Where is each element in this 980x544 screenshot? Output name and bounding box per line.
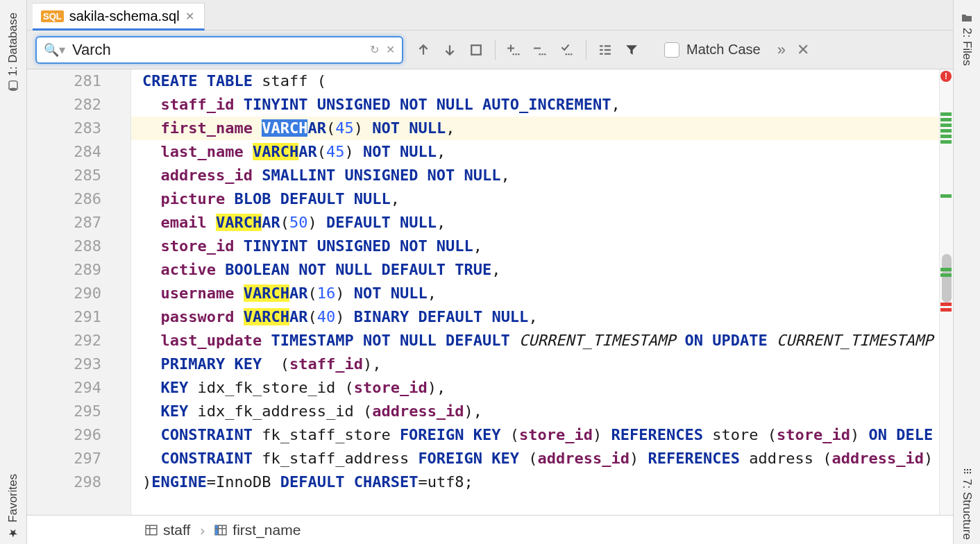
files-tool-button[interactable]: 2: Files (960, 8, 974, 70)
code-line[interactable]: )ENGINE=InnoDB DEFAULT CHARSET=utf8; (131, 470, 953, 494)
line-number[interactable]: 281 (27, 69, 101, 93)
match-case-checkbox[interactable] (664, 42, 679, 58)
line-number[interactable]: 292 (27, 329, 101, 352)
svg-point-0 (9, 87, 17, 90)
red-marker[interactable] (940, 303, 952, 306)
svg-rect-7 (605, 53, 611, 54)
files-tool-label: 2: Files (960, 28, 974, 66)
line-number[interactable]: 285 (27, 164, 101, 187)
line-number[interactable]: 294 (27, 376, 101, 400)
code-line[interactable]: username VARCHAR(16) NOT NULL, (131, 282, 953, 305)
breadcrumb-item-first-name[interactable]: first_name (214, 522, 301, 538)
green-marker[interactable] (940, 268, 952, 271)
line-number[interactable]: 284 (27, 140, 101, 164)
error-indicator-icon[interactable]: ! (940, 71, 952, 82)
code-line[interactable]: email VARCHAR(50) DEFAULT NULL, (131, 211, 953, 235)
svg-rect-3 (600, 49, 603, 50)
line-number[interactable]: 286 (27, 187, 101, 211)
code-line[interactable]: last_name VARCHAR(45) NOT NULL, (131, 140, 953, 164)
code-line[interactable]: active BOOLEAN NOT NULL DEFAULT TRUE, (131, 258, 953, 282)
filter-button[interactable] (620, 38, 643, 62)
code-line[interactable]: store_id TINYINT UNSIGNED NOT NULL, (131, 235, 953, 258)
code-editor[interactable]: CREATE TABLE staff ( staff_id TINYINT UN… (131, 69, 953, 515)
svg-rect-4 (600, 53, 603, 54)
add-selection-button[interactable] (502, 38, 526, 62)
tab-close-icon[interactable]: ✕ (185, 10, 194, 23)
green-marker[interactable] (940, 112, 952, 116)
search-input[interactable] (72, 41, 363, 59)
file-tab[interactable]: SQL sakila-schema.sql ✕ (33, 3, 205, 31)
green-marker[interactable] (940, 135, 952, 138)
database-icon (8, 80, 19, 92)
more-options-button[interactable]: » (777, 41, 786, 59)
code-line[interactable]: KEY idx_fk_store_id (store_id), (131, 376, 953, 400)
green-marker[interactable] (940, 194, 952, 198)
remove-selection-button[interactable] (529, 38, 552, 62)
line-number[interactable]: 288 (27, 235, 101, 258)
clear-search-icon[interactable]: ✕ (386, 43, 395, 56)
line-number[interactable]: 293 (27, 352, 101, 376)
svg-rect-6 (605, 49, 611, 50)
editor-area: 2812822832842852862872882892902912922932… (27, 69, 953, 515)
favorites-tool-button[interactable]: ★ Favorites (6, 470, 20, 544)
green-marker[interactable] (940, 124, 952, 127)
line-number[interactable]: 296 (27, 423, 101, 447)
breadcrumb-item-staff[interactable]: staff (145, 522, 190, 538)
error-stripe[interactable]: ! (939, 69, 953, 515)
separator (586, 40, 586, 60)
scrollbar-thumb[interactable] (942, 254, 952, 303)
line-number[interactable]: 283 (27, 117, 101, 140)
code-line[interactable]: CREATE TABLE staff ( (131, 69, 953, 93)
find-actions (412, 38, 643, 62)
code-line[interactable]: last_update TIMESTAMP NOT NULL DEFAULT C… (131, 329, 953, 352)
line-number[interactable]: 287 (27, 211, 101, 235)
green-marker[interactable] (940, 129, 952, 133)
code-line[interactable]: CONSTRAINT fk_staff_store FOREIGN KEY (s… (131, 423, 953, 447)
line-number[interactable]: 297 (27, 447, 101, 470)
code-line[interactable]: password VARCHAR(40) BINARY DEFAULT NULL… (131, 305, 953, 329)
select-all-occurrences-button[interactable] (555, 38, 579, 62)
line-number[interactable]: 298 (27, 470, 101, 494)
tab-filename: sakila-schema.sql (69, 8, 180, 24)
svg-rect-8 (146, 525, 157, 535)
left-tool-sidebar: 1: Database ★ Favorites (0, 0, 27, 544)
line-number[interactable]: 282 (27, 93, 101, 117)
line-gutter[interactable]: 2812822832842852862872882892902912922932… (27, 69, 131, 515)
history-icon[interactable]: ↻ (370, 43, 379, 56)
code-line[interactable]: picture BLOB DEFAULT NULL, (131, 187, 953, 211)
code-line[interactable]: first_name VARCHAR(45) NOT NULL, (131, 117, 953, 140)
search-box: 🔍▾ ↻ ✕ (35, 36, 403, 64)
editor-panel: SQL sakila-schema.sql ✕ 🔍▾ ↻ ✕ Match Ca (27, 0, 953, 544)
code-line[interactable]: CONSTRAINT fk_staff_address FOREIGN KEY … (131, 447, 953, 470)
editor-tabbar: SQL sakila-schema.sql ✕ (27, 0, 953, 31)
show-usages-button[interactable] (593, 38, 617, 62)
code-line[interactable]: PRIMARY KEY (staff_id), (131, 352, 953, 376)
code-line[interactable]: KEY idx_fk_address_id (address_id), (131, 400, 953, 423)
breadcrumb-bar: staff › first_name (27, 515, 953, 544)
breadcrumb-label: first_name (233, 522, 301, 538)
match-case-toggle[interactable]: Match Case (664, 42, 761, 58)
find-toolbar: 🔍▾ ↻ ✕ Match Case » ✕ (27, 31, 953, 69)
select-all-button[interactable] (464, 38, 488, 62)
line-number[interactable]: 295 (27, 400, 101, 423)
database-tool-button[interactable]: 1: Database (6, 8, 20, 96)
code-line[interactable]: address_id SMALLINT UNSIGNED NOT NULL, (131, 164, 953, 187)
line-number[interactable]: 291 (27, 305, 101, 329)
green-marker[interactable] (940, 118, 952, 121)
table-icon (145, 524, 158, 536)
breadcrumb-label: staff (163, 522, 190, 538)
close-find-button[interactable]: ✕ (797, 41, 809, 59)
prev-match-button[interactable] (412, 38, 435, 62)
code-line[interactable]: staff_id TINYINT UNSIGNED NOT NULL AUTO_… (131, 93, 953, 117)
database-tool-label: 1: Database (6, 12, 20, 76)
search-icon[interactable]: 🔍▾ (44, 42, 65, 58)
next-match-button[interactable] (438, 38, 462, 62)
column-icon (214, 524, 227, 536)
sql-file-icon: SQL (41, 10, 64, 22)
green-marker[interactable] (940, 140, 952, 144)
line-number[interactable]: 289 (27, 258, 101, 282)
green-marker[interactable] (940, 273, 952, 277)
line-number[interactable]: 290 (27, 282, 101, 305)
red-marker[interactable] (940, 308, 952, 312)
structure-tool-button[interactable]: ⠿ 7: Structure (960, 464, 974, 544)
